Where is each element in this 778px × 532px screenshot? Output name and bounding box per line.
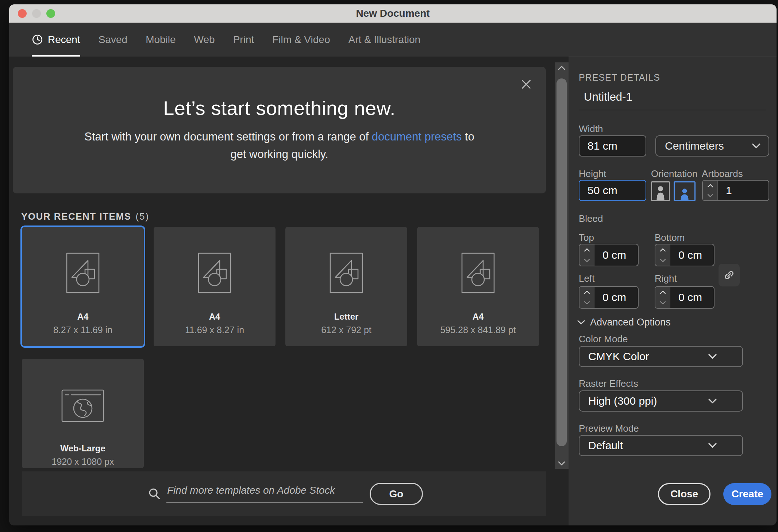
preset-details-panel: PRESET DETAILS Untitled-1 Width Centimet… bbox=[569, 57, 777, 525]
preset-name: A4 bbox=[154, 312, 276, 322]
tab-recent[interactable]: Recent bbox=[32, 23, 80, 57]
recent-items-count: (5) bbox=[135, 211, 149, 222]
traffic-lights bbox=[18, 9, 55, 18]
go-button[interactable]: Go bbox=[370, 483, 423, 505]
bleed-left-increment-button[interactable] bbox=[579, 287, 594, 297]
raster-effects-select[interactable]: High (300 ppi) bbox=[579, 390, 743, 412]
tab-web[interactable]: Web bbox=[194, 23, 215, 57]
preset-dimensions: 1920 x 1080 px bbox=[22, 456, 144, 467]
color-mode-select[interactable]: CMYK Color bbox=[579, 346, 743, 367]
browser-globe-icon bbox=[22, 389, 144, 422]
preview-mode-select[interactable]: Default bbox=[579, 435, 743, 456]
scroll-up-arrow-icon[interactable] bbox=[555, 66, 569, 70]
advanced-options-toggle[interactable]: Advanced Options bbox=[577, 317, 671, 328]
preview-mode-value: Default bbox=[588, 439, 623, 452]
tab-label: Print bbox=[233, 34, 254, 46]
banner-heading: Let’s start something new. bbox=[13, 97, 546, 119]
minimize-window-button[interactable] bbox=[32, 9, 41, 18]
width-input[interactable] bbox=[579, 135, 646, 157]
scrollbar-thumb[interactable] bbox=[556, 78, 567, 446]
chevron-down-icon bbox=[752, 143, 760, 149]
bleed-right-stepper: 0 cm bbox=[655, 286, 715, 309]
bleed-bottom-value[interactable]: 0 cm bbox=[670, 244, 714, 266]
document-name-field[interactable]: Untitled-1 bbox=[584, 90, 632, 104]
preset-card-a4-portrait[interactable]: A4 8.27 x 11.69 in bbox=[22, 227, 144, 346]
document-shapes-icon bbox=[22, 252, 144, 293]
preset-dimensions: 11.69 x 8.27 in bbox=[154, 325, 276, 335]
color-mode-label: Color Mode bbox=[579, 334, 628, 345]
bleed-link-values-button[interactable] bbox=[719, 264, 740, 286]
orientation-landscape-button[interactable] bbox=[674, 181, 696, 201]
preset-name: A4 bbox=[22, 312, 144, 322]
landscape-person-icon bbox=[678, 188, 691, 200]
tab-saved[interactable]: Saved bbox=[99, 23, 127, 57]
artboards-label: Artboards bbox=[702, 168, 743, 180]
tab-print[interactable]: Print bbox=[233, 23, 254, 57]
tab-label: Web bbox=[194, 34, 215, 46]
create-button[interactable]: Create bbox=[723, 483, 771, 505]
tab-mobile[interactable]: Mobile bbox=[146, 23, 176, 57]
preset-name: Web-Large bbox=[22, 443, 144, 454]
bleed-right-increment-button[interactable] bbox=[655, 287, 670, 297]
scroll-down-arrow-icon[interactable] bbox=[555, 461, 569, 466]
bleed-top-label: Top bbox=[579, 232, 594, 243]
new-document-dialog: New Document Recent Saved Mobile Web Pri… bbox=[9, 4, 777, 525]
units-value: Centimeters bbox=[665, 140, 724, 152]
title-bar: New Document bbox=[9, 4, 777, 23]
document-shapes-icon bbox=[154, 252, 276, 293]
preview-mode-label: Preview Mode bbox=[579, 423, 639, 434]
scrollbar-track[interactable] bbox=[555, 62, 569, 469]
bleed-right-value[interactable]: 0 cm bbox=[670, 287, 714, 308]
bleed-top-value[interactable]: 0 cm bbox=[594, 244, 638, 266]
tab-film-video[interactable]: Film & Video bbox=[272, 23, 330, 57]
bleed-top-decrement-button[interactable] bbox=[579, 255, 594, 266]
artboards-decrement-button[interactable] bbox=[703, 190, 717, 200]
bleed-bottom-decrement-button[interactable] bbox=[655, 255, 670, 266]
chevron-down-icon bbox=[708, 354, 717, 359]
preset-card-a4-landscape[interactable]: A4 11.69 x 8.27 in bbox=[154, 227, 276, 346]
raster-effects-label: Raster Effects bbox=[579, 378, 638, 389]
bleed-left-stepper: 0 cm bbox=[579, 286, 639, 309]
document-presets-link[interactable]: document presets bbox=[372, 130, 462, 143]
recent-items-heading: YOUR RECENT ITEMS(5) bbox=[21, 211, 149, 222]
close-icon bbox=[521, 79, 531, 89]
tab-label: Mobile bbox=[146, 34, 176, 46]
chevron-down-icon bbox=[708, 398, 717, 404]
preset-dimensions: 8.27 x 11.69 in bbox=[22, 325, 144, 335]
window-title: New Document bbox=[356, 8, 430, 19]
orientation-portrait-button[interactable] bbox=[651, 181, 670, 201]
close-window-button[interactable] bbox=[18, 9, 27, 18]
stock-search-input[interactable] bbox=[166, 485, 363, 503]
preset-dimensions: 595.28 x 841.89 pt bbox=[417, 325, 539, 335]
banner-close-button[interactable] bbox=[520, 78, 532, 90]
height-input[interactable] bbox=[579, 180, 646, 201]
bleed-left-label: Left bbox=[579, 273, 594, 284]
preset-card-a4-points[interactable]: A4 595.28 x 841.89 pt bbox=[417, 227, 539, 346]
bleed-right-decrement-button[interactable] bbox=[655, 297, 670, 308]
preset-card-letter[interactable]: Letter 612 x 792 pt bbox=[285, 227, 407, 346]
bleed-left-value[interactable]: 0 cm bbox=[594, 287, 638, 308]
main-content: Let’s start something new. Start with yo… bbox=[9, 57, 555, 525]
chevron-down-icon bbox=[577, 320, 585, 325]
recent-items-title: YOUR RECENT ITEMS bbox=[21, 211, 131, 222]
portrait-person-icon bbox=[654, 185, 667, 200]
tab-label: Art & Illustration bbox=[348, 34, 420, 46]
bleed-left-decrement-button[interactable] bbox=[579, 297, 594, 308]
document-shapes-icon bbox=[417, 252, 539, 293]
units-select[interactable]: Centimeters bbox=[655, 135, 769, 157]
clock-icon bbox=[32, 34, 43, 45]
bleed-top-increment-button[interactable] bbox=[579, 244, 594, 255]
artboards-increment-button[interactable] bbox=[703, 181, 717, 190]
close-button[interactable]: Close bbox=[658, 483, 710, 505]
artboards-value[interactable]: 1 bbox=[718, 181, 769, 200]
bleed-bottom-increment-button[interactable] bbox=[655, 244, 670, 255]
scrollbar-column bbox=[555, 57, 569, 525]
tab-label: Saved bbox=[99, 34, 127, 46]
zoom-window-button[interactable] bbox=[46, 9, 55, 18]
preset-card-web-large[interactable]: Web-Large 1920 x 1080 px bbox=[22, 359, 144, 468]
tab-label: Recent bbox=[48, 34, 80, 46]
chevron-down-icon bbox=[708, 443, 717, 448]
bleed-label: Bleed bbox=[579, 213, 603, 224]
raster-effects-value: High (300 ppi) bbox=[588, 395, 657, 407]
tab-art-illustration[interactable]: Art & Illustration bbox=[348, 23, 420, 57]
